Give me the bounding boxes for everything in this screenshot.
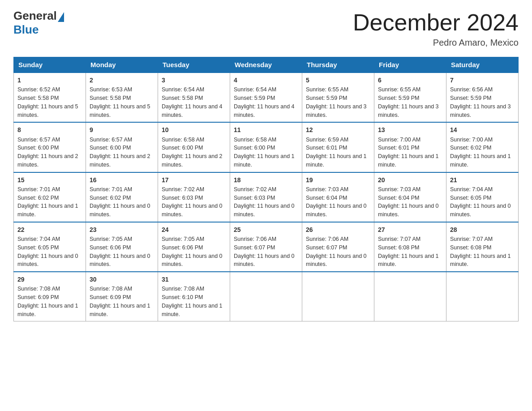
day-info: Sunrise: 6:55 AMSunset: 5:59 PMDaylight:… <box>306 86 367 118</box>
day-info: Sunrise: 7:03 AMSunset: 6:04 PMDaylight:… <box>306 186 367 218</box>
day-number: 10 <box>162 125 226 134</box>
day-number: 8 <box>17 125 82 134</box>
day-number: 17 <box>162 176 226 184</box>
calendar-cell: 16Sunrise: 7:01 AMSunset: 6:02 PMDayligh… <box>86 172 158 222</box>
weekday-header-row: SundayMondayTuesdayWednesdayThursdayFrid… <box>14 57 519 73</box>
calendar-cell: 8Sunrise: 6:57 AMSunset: 6:00 PMDaylight… <box>14 122 86 172</box>
weekday-header-tuesday: Tuesday <box>158 57 230 73</box>
calendar-cell <box>302 272 374 321</box>
day-number: 16 <box>90 176 154 184</box>
day-info: Sunrise: 7:02 AMSunset: 6:03 PMDaylight:… <box>234 186 295 218</box>
day-info: Sunrise: 7:01 AMSunset: 6:02 PMDaylight:… <box>17 186 78 218</box>
day-number: 20 <box>378 176 442 184</box>
day-number: 25 <box>234 225 298 234</box>
day-number: 28 <box>450 225 515 234</box>
day-info: Sunrise: 7:04 AMSunset: 6:05 PMDaylight:… <box>450 186 511 218</box>
day-number: 4 <box>234 76 298 85</box>
day-number: 9 <box>90 125 154 134</box>
calendar-cell: 2Sunrise: 6:53 AMSunset: 5:58 PMDaylight… <box>86 73 158 122</box>
day-number: 1 <box>17 76 82 85</box>
calendar-table: SundayMondayTuesdayWednesdayThursdayFrid… <box>13 57 519 321</box>
calendar-cell: 23Sunrise: 7:05 AMSunset: 6:06 PMDayligh… <box>86 222 158 272</box>
calendar-cell: 17Sunrise: 7:02 AMSunset: 6:03 PMDayligh… <box>158 172 230 222</box>
day-info: Sunrise: 6:54 AMSunset: 5:59 PMDaylight:… <box>234 86 295 118</box>
day-number: 23 <box>90 225 154 234</box>
day-info: Sunrise: 6:52 AMSunset: 5:58 PMDaylight:… <box>17 86 78 118</box>
weekday-header-thursday: Thursday <box>302 57 374 73</box>
calendar-week-4: 22Sunrise: 7:04 AMSunset: 6:05 PMDayligh… <box>14 222 519 272</box>
calendar-cell: 27Sunrise: 7:07 AMSunset: 6:08 PMDayligh… <box>374 222 446 272</box>
day-info: Sunrise: 6:54 AMSunset: 5:58 PMDaylight:… <box>162 86 223 118</box>
day-info: Sunrise: 7:03 AMSunset: 6:04 PMDaylight:… <box>378 186 439 218</box>
calendar-cell: 31Sunrise: 7:08 AMSunset: 6:10 PMDayligh… <box>158 272 230 321</box>
day-number: 7 <box>450 76 515 85</box>
calendar-cell: 29Sunrise: 7:08 AMSunset: 6:09 PMDayligh… <box>14 272 86 321</box>
day-info: Sunrise: 7:07 AMSunset: 6:08 PMDaylight:… <box>450 236 511 267</box>
calendar-cell: 15Sunrise: 7:01 AMSunset: 6:02 PMDayligh… <box>14 172 86 222</box>
calendar-cell: 10Sunrise: 6:58 AMSunset: 6:00 PMDayligh… <box>158 122 230 172</box>
day-number: 29 <box>17 275 82 284</box>
day-number: 24 <box>162 225 226 234</box>
day-info: Sunrise: 7:00 AMSunset: 6:01 PMDaylight:… <box>378 137 439 168</box>
calendar-cell: 5Sunrise: 6:55 AMSunset: 5:59 PMDaylight… <box>302 73 374 122</box>
calendar-cell: 7Sunrise: 6:56 AMSunset: 5:59 PMDaylight… <box>446 73 519 122</box>
logo-general-text: General <box>13 9 57 23</box>
day-number: 3 <box>162 76 226 85</box>
page-header: General Blue December 2024 Pedro Amaro, … <box>13 9 519 48</box>
weekday-header-friday: Friday <box>374 57 446 73</box>
day-number: 12 <box>306 125 370 134</box>
day-number: 5 <box>306 76 370 85</box>
weekday-header-wednesday: Wednesday <box>230 57 302 73</box>
day-number: 22 <box>17 225 82 234</box>
day-number: 15 <box>17 176 82 184</box>
day-info: Sunrise: 7:04 AMSunset: 6:05 PMDaylight:… <box>17 236 78 267</box>
day-number: 19 <box>306 176 370 184</box>
day-number: 30 <box>90 275 154 284</box>
calendar-cell: 3Sunrise: 6:54 AMSunset: 5:58 PMDaylight… <box>158 73 230 122</box>
day-info: Sunrise: 6:59 AMSunset: 6:01 PMDaylight:… <box>306 137 367 168</box>
day-number: 14 <box>450 125 515 134</box>
calendar-week-1: 1Sunrise: 6:52 AMSunset: 5:58 PMDaylight… <box>14 73 519 122</box>
day-number: 27 <box>378 225 442 234</box>
calendar-cell: 26Sunrise: 7:06 AMSunset: 6:07 PMDayligh… <box>302 222 374 272</box>
calendar-week-5: 29Sunrise: 7:08 AMSunset: 6:09 PMDayligh… <box>14 272 519 321</box>
day-info: Sunrise: 7:00 AMSunset: 6:02 PMDaylight:… <box>450 137 511 168</box>
calendar-cell: 19Sunrise: 7:03 AMSunset: 6:04 PMDayligh… <box>302 172 374 222</box>
day-info: Sunrise: 6:58 AMSunset: 6:00 PMDaylight:… <box>234 137 295 168</box>
location-subtitle: Pedro Amaro, Mexico <box>353 38 519 48</box>
logo-blue-text: Blue <box>13 23 39 37</box>
calendar-cell: 13Sunrise: 7:00 AMSunset: 6:01 PMDayligh… <box>374 122 446 172</box>
calendar-cell: 25Sunrise: 7:06 AMSunset: 6:07 PMDayligh… <box>230 222 302 272</box>
day-info: Sunrise: 7:05 AMSunset: 6:06 PMDaylight:… <box>162 236 223 267</box>
day-info: Sunrise: 7:05 AMSunset: 6:06 PMDaylight:… <box>90 236 150 267</box>
day-info: Sunrise: 6:58 AMSunset: 6:00 PMDaylight:… <box>162 137 223 168</box>
weekday-header-monday: Monday <box>86 57 158 73</box>
calendar-cell: 24Sunrise: 7:05 AMSunset: 6:06 PMDayligh… <box>158 222 230 272</box>
calendar-cell: 21Sunrise: 7:04 AMSunset: 6:05 PMDayligh… <box>446 172 519 222</box>
calendar-cell <box>374 272 446 321</box>
calendar-week-2: 8Sunrise: 6:57 AMSunset: 6:00 PMDaylight… <box>14 122 519 172</box>
calendar-cell: 20Sunrise: 7:03 AMSunset: 6:04 PMDayligh… <box>374 172 446 222</box>
calendar-week-3: 15Sunrise: 7:01 AMSunset: 6:02 PMDayligh… <box>14 172 519 222</box>
weekday-header-sunday: Sunday <box>14 57 86 73</box>
day-info: Sunrise: 7:06 AMSunset: 6:07 PMDaylight:… <box>306 236 367 267</box>
day-number: 11 <box>234 125 298 134</box>
day-info: Sunrise: 7:02 AMSunset: 6:03 PMDaylight:… <box>162 186 223 218</box>
weekday-header-saturday: Saturday <box>446 57 519 73</box>
day-number: 18 <box>234 176 298 184</box>
day-number: 13 <box>378 125 442 134</box>
day-info: Sunrise: 6:57 AMSunset: 6:00 PMDaylight:… <box>17 137 78 168</box>
day-info: Sunrise: 6:56 AMSunset: 5:59 PMDaylight:… <box>450 86 511 118</box>
calendar-cell: 12Sunrise: 6:59 AMSunset: 6:01 PMDayligh… <box>302 122 374 172</box>
calendar-cell: 18Sunrise: 7:02 AMSunset: 6:03 PMDayligh… <box>230 172 302 222</box>
day-info: Sunrise: 7:06 AMSunset: 6:07 PMDaylight:… <box>234 236 295 267</box>
logo: General Blue <box>13 9 64 37</box>
day-number: 31 <box>162 275 226 284</box>
month-title: December 2024 <box>353 9 519 36</box>
day-info: Sunrise: 7:08 AMSunset: 6:09 PMDaylight:… <box>17 286 78 317</box>
day-info: Sunrise: 6:55 AMSunset: 5:59 PMDaylight:… <box>378 86 439 118</box>
logo-triangle-icon <box>58 12 64 22</box>
calendar-cell <box>230 272 302 321</box>
day-info: Sunrise: 7:08 AMSunset: 6:10 PMDaylight:… <box>162 286 223 317</box>
calendar-cell: 30Sunrise: 7:08 AMSunset: 6:09 PMDayligh… <box>86 272 158 321</box>
